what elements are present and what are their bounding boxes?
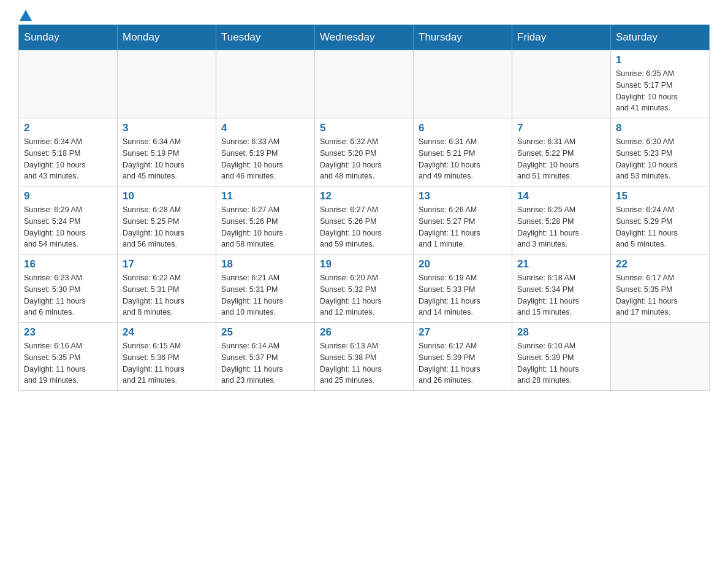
weekday-header-wednesday: Wednesday	[315, 25, 414, 50]
calendar-body: 1Sunrise: 6:35 AMSunset: 5:17 PMDaylight…	[19, 50, 710, 391]
day-cell: 14Sunrise: 6:25 AMSunset: 5:28 PMDayligh…	[512, 186, 611, 255]
day-number: 17	[123, 258, 211, 270]
day-info: Sunrise: 6:12 AMSunset: 5:39 PMDaylight:…	[419, 340, 507, 386]
week-row-3: 9Sunrise: 6:29 AMSunset: 5:24 PMDaylight…	[19, 186, 710, 255]
day-number: 13	[419, 190, 507, 202]
day-cell: 10Sunrise: 6:28 AMSunset: 5:25 PMDayligh…	[118, 186, 216, 255]
day-info: Sunrise: 6:17 AMSunset: 5:35 PMDaylight:…	[616, 272, 704, 318]
day-cell: 21Sunrise: 6:18 AMSunset: 5:34 PMDayligh…	[512, 255, 611, 323]
weekday-header-sunday: Sunday	[19, 25, 118, 50]
day-number: 16	[24, 258, 112, 270]
day-cell	[19, 50, 118, 118]
day-cell: 22Sunrise: 6:17 AMSunset: 5:35 PMDayligh…	[611, 255, 710, 323]
day-number: 2	[24, 122, 112, 134]
day-info: Sunrise: 6:10 AMSunset: 5:39 PMDaylight:…	[517, 340, 605, 386]
logo-triangle-icon	[20, 10, 32, 22]
day-number: 8	[616, 122, 704, 134]
day-number: 25	[221, 326, 309, 339]
day-cell: 27Sunrise: 6:12 AMSunset: 5:39 PMDayligh…	[414, 323, 512, 391]
day-cell: 17Sunrise: 6:22 AMSunset: 5:31 PMDayligh…	[118, 255, 216, 323]
day-number: 6	[419, 122, 507, 134]
day-info: Sunrise: 6:29 AMSunset: 5:24 PMDaylight:…	[24, 204, 112, 250]
day-cell: 13Sunrise: 6:26 AMSunset: 5:27 PMDayligh…	[414, 186, 512, 255]
day-info: Sunrise: 6:31 AMSunset: 5:21 PMDaylight:…	[419, 136, 507, 182]
day-cell: 18Sunrise: 6:21 AMSunset: 5:31 PMDayligh…	[216, 255, 315, 323]
day-cell: 7Sunrise: 6:31 AMSunset: 5:22 PMDaylight…	[512, 118, 611, 186]
week-row-2: 2Sunrise: 6:34 AMSunset: 5:18 PMDaylight…	[19, 118, 710, 186]
weekday-row: SundayMondayTuesdayWednesdayThursdayFrid…	[19, 25, 710, 50]
day-cell: 2Sunrise: 6:34 AMSunset: 5:18 PMDaylight…	[19, 118, 118, 186]
week-row-1: 1Sunrise: 6:35 AMSunset: 5:17 PMDaylight…	[19, 50, 710, 118]
day-cell: 9Sunrise: 6:29 AMSunset: 5:24 PMDaylight…	[19, 186, 118, 255]
day-cell: 19Sunrise: 6:20 AMSunset: 5:32 PMDayligh…	[315, 255, 414, 323]
day-cell	[414, 50, 512, 118]
day-info: Sunrise: 6:32 AMSunset: 5:20 PMDaylight:…	[320, 136, 408, 182]
day-info: Sunrise: 6:25 AMSunset: 5:28 PMDaylight:…	[517, 204, 605, 250]
day-cell: 16Sunrise: 6:23 AMSunset: 5:30 PMDayligh…	[19, 255, 118, 323]
day-info: Sunrise: 6:19 AMSunset: 5:33 PMDaylight:…	[419, 272, 507, 318]
day-info: Sunrise: 6:34 AMSunset: 5:19 PMDaylight:…	[123, 136, 211, 182]
weekday-header-tuesday: Tuesday	[216, 25, 315, 50]
day-number: 22	[616, 258, 704, 270]
day-number: 20	[419, 258, 507, 270]
day-cell: 24Sunrise: 6:15 AMSunset: 5:36 PMDayligh…	[118, 323, 216, 391]
day-number: 5	[320, 122, 408, 134]
day-cell: 1Sunrise: 6:35 AMSunset: 5:17 PMDaylight…	[611, 50, 710, 118]
day-info: Sunrise: 6:22 AMSunset: 5:31 PMDaylight:…	[123, 272, 211, 318]
day-cell	[216, 50, 315, 118]
day-number: 28	[517, 326, 605, 339]
day-info: Sunrise: 6:34 AMSunset: 5:18 PMDaylight:…	[24, 136, 112, 182]
day-info: Sunrise: 6:13 AMSunset: 5:38 PMDaylight:…	[320, 340, 408, 386]
day-cell: 6Sunrise: 6:31 AMSunset: 5:21 PMDaylight…	[414, 118, 512, 186]
day-info: Sunrise: 6:23 AMSunset: 5:30 PMDaylight:…	[24, 272, 112, 318]
day-info: Sunrise: 6:24 AMSunset: 5:29 PMDaylight:…	[616, 204, 704, 250]
day-info: Sunrise: 6:28 AMSunset: 5:25 PMDaylight:…	[123, 204, 211, 250]
day-cell: 28Sunrise: 6:10 AMSunset: 5:39 PMDayligh…	[512, 323, 611, 391]
day-cell: 25Sunrise: 6:14 AMSunset: 5:37 PMDayligh…	[216, 323, 315, 391]
day-info: Sunrise: 6:27 AMSunset: 5:26 PMDaylight:…	[221, 204, 309, 250]
day-cell: 3Sunrise: 6:34 AMSunset: 5:19 PMDaylight…	[118, 118, 216, 186]
day-info: Sunrise: 6:33 AMSunset: 5:19 PMDaylight:…	[221, 136, 309, 182]
calendar-table: SundayMondayTuesdayWednesdayThursdayFrid…	[18, 25, 710, 391]
day-number: 9	[24, 190, 112, 202]
day-number: 7	[517, 122, 605, 134]
day-info: Sunrise: 6:16 AMSunset: 5:35 PMDaylight:…	[24, 340, 112, 386]
day-number: 19	[320, 258, 408, 270]
day-number: 15	[616, 190, 704, 202]
calendar-header: SundayMondayTuesdayWednesdayThursdayFrid…	[19, 25, 710, 50]
day-number: 24	[123, 326, 211, 339]
weekday-header-saturday: Saturday	[611, 25, 710, 50]
day-number: 23	[24, 326, 112, 339]
day-number: 26	[320, 326, 408, 339]
day-cell: 8Sunrise: 6:30 AMSunset: 5:23 PMDaylight…	[611, 118, 710, 186]
day-info: Sunrise: 6:31 AMSunset: 5:22 PMDaylight:…	[517, 136, 605, 182]
day-cell	[512, 50, 611, 118]
week-row-4: 16Sunrise: 6:23 AMSunset: 5:30 PMDayligh…	[19, 255, 710, 323]
page-header	[18, 12, 710, 18]
weekday-header-friday: Friday	[512, 25, 611, 50]
day-info: Sunrise: 6:21 AMSunset: 5:31 PMDaylight:…	[221, 272, 309, 318]
day-number: 14	[517, 190, 605, 202]
day-info: Sunrise: 6:26 AMSunset: 5:27 PMDaylight:…	[419, 204, 507, 250]
day-cell: 11Sunrise: 6:27 AMSunset: 5:26 PMDayligh…	[216, 186, 315, 255]
day-number: 27	[419, 326, 507, 339]
day-cell	[315, 50, 414, 118]
day-number: 12	[320, 190, 408, 202]
day-number: 10	[123, 190, 211, 202]
day-info: Sunrise: 6:30 AMSunset: 5:23 PMDaylight:…	[616, 136, 704, 182]
day-number: 3	[123, 122, 211, 134]
day-number: 11	[221, 190, 309, 202]
logo	[18, 12, 32, 18]
day-cell: 26Sunrise: 6:13 AMSunset: 5:38 PMDayligh…	[315, 323, 414, 391]
day-number: 18	[221, 258, 309, 270]
day-info: Sunrise: 6:27 AMSunset: 5:26 PMDaylight:…	[320, 204, 408, 250]
day-cell: 4Sunrise: 6:33 AMSunset: 5:19 PMDaylight…	[216, 118, 315, 186]
day-info: Sunrise: 6:35 AMSunset: 5:17 PMDaylight:…	[616, 68, 704, 114]
week-row-5: 23Sunrise: 6:16 AMSunset: 5:35 PMDayligh…	[19, 323, 710, 391]
day-cell: 23Sunrise: 6:16 AMSunset: 5:35 PMDayligh…	[19, 323, 118, 391]
day-info: Sunrise: 6:15 AMSunset: 5:36 PMDaylight:…	[123, 340, 211, 386]
day-number: 1	[616, 54, 704, 66]
day-info: Sunrise: 6:14 AMSunset: 5:37 PMDaylight:…	[221, 340, 309, 386]
day-info: Sunrise: 6:20 AMSunset: 5:32 PMDaylight:…	[320, 272, 408, 318]
day-cell	[118, 50, 216, 118]
